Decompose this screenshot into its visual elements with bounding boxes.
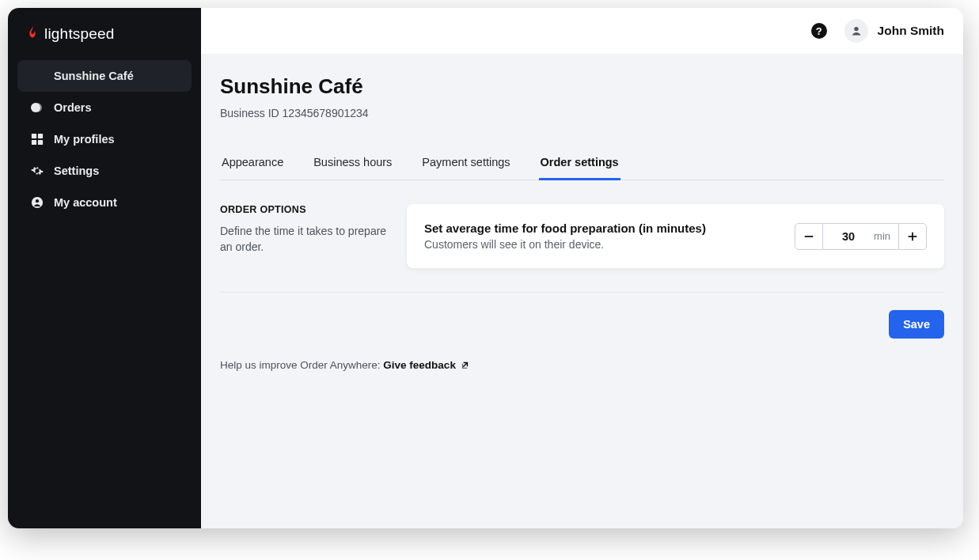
help-icon: ? <box>816 25 822 37</box>
lightspeed-flame-icon <box>25 25 40 43</box>
sidebar-item-label: My profiles <box>54 133 115 146</box>
card-subtitle: Customers will see it on their device. <box>424 238 706 251</box>
orders-icon <box>30 100 44 115</box>
app-window: lightspeed Sunshine Café Orders My profi… <box>8 8 963 528</box>
decrement-button[interactable] <box>795 223 823 250</box>
order-options-section: ORDER OPTIONS Define the time it takes t… <box>220 180 944 268</box>
brand-name: lightspeed <box>44 25 115 43</box>
brand-logo: lightspeed <box>13 19 196 60</box>
save-button[interactable]: Save <box>889 310 944 339</box>
sidebar-item-settings[interactable]: Settings <box>17 155 192 187</box>
section-side: ORDER OPTIONS Define the time it takes t… <box>220 204 388 268</box>
svg-rect-10 <box>912 232 913 240</box>
page-title: Sunshine Café <box>220 74 944 99</box>
user-icon <box>850 25 863 37</box>
feedback-link[interactable]: Give feedback <box>383 359 469 371</box>
account-icon <box>30 195 44 210</box>
user-name: John Smith <box>878 24 944 38</box>
sidebar-item-label: Orders <box>54 101 92 114</box>
minus-icon <box>803 231 814 242</box>
feedback-row: Help us improve Order Anywhere: Give fee… <box>220 359 944 371</box>
svg-rect-8 <box>805 236 814 237</box>
actions-row: Save <box>220 310 944 339</box>
user-menu[interactable]: John Smith <box>844 19 944 43</box>
nav: Sunshine Café Orders My profiles Setting… <box>13 60 196 218</box>
svg-rect-2 <box>38 134 43 138</box>
grid-icon <box>30 132 44 146</box>
sidebar: lightspeed Sunshine Café Orders My profi… <box>8 8 201 528</box>
svg-point-6 <box>36 199 39 202</box>
sidebar-item-orders[interactable]: Orders <box>17 92 192 123</box>
tab-order-settings[interactable]: Order settings <box>539 156 620 180</box>
gear-icon <box>30 164 44 178</box>
avatar <box>844 19 868 43</box>
section-caption: ORDER OPTIONS <box>220 204 388 215</box>
sidebar-item-label: Settings <box>54 165 99 177</box>
card-text: Set average time for food preparation (i… <box>424 221 706 251</box>
sidebar-item-my-profiles[interactable]: My profiles <box>17 123 192 155</box>
svg-rect-3 <box>32 140 36 145</box>
svg-point-7 <box>854 27 858 31</box>
sidebar-item-my-account[interactable]: My account <box>17 187 192 218</box>
sidebar-item-business[interactable]: Sunshine Café <box>17 60 192 92</box>
external-link-icon <box>461 361 469 369</box>
tab-business-hours[interactable]: Business hours <box>312 156 393 180</box>
feedback-link-label: Give feedback <box>383 359 456 371</box>
tabs: Appearance Business hours Payment settin… <box>220 156 944 180</box>
feedback-prefix: Help us improve Order Anywhere: <box>220 359 383 371</box>
prep-time-input[interactable] <box>823 230 869 243</box>
divider <box>220 292 944 293</box>
section-description: Define the time it takes to prepare an o… <box>220 223 388 255</box>
tab-appearance[interactable]: Appearance <box>220 156 285 180</box>
svg-rect-1 <box>32 134 36 138</box>
help-button[interactable]: ? <box>811 23 827 39</box>
prep-time-stepper: min <box>795 223 927 250</box>
prep-time-card: Set average time for food preparation (i… <box>407 204 944 268</box>
sidebar-item-label: Sunshine Café <box>54 70 134 82</box>
topbar: ? John Smith <box>201 8 963 54</box>
increment-button[interactable] <box>898 223 927 250</box>
stepper-unit: min <box>874 230 890 242</box>
stepper-field: min <box>823 223 898 250</box>
card-title: Set average time for food preparation (i… <box>424 221 706 235</box>
content: Sunshine Café Business ID 12345678901234… <box>201 54 963 387</box>
plus-icon <box>907 231 918 242</box>
business-id: Business ID 12345678901234 <box>220 107 944 119</box>
main-panel: ? John Smith Sunshine Café Business ID 1… <box>201 8 963 528</box>
sidebar-item-label: My account <box>54 196 117 209</box>
svg-rect-4 <box>38 140 43 145</box>
tab-payment-settings[interactable]: Payment settings <box>420 156 511 180</box>
